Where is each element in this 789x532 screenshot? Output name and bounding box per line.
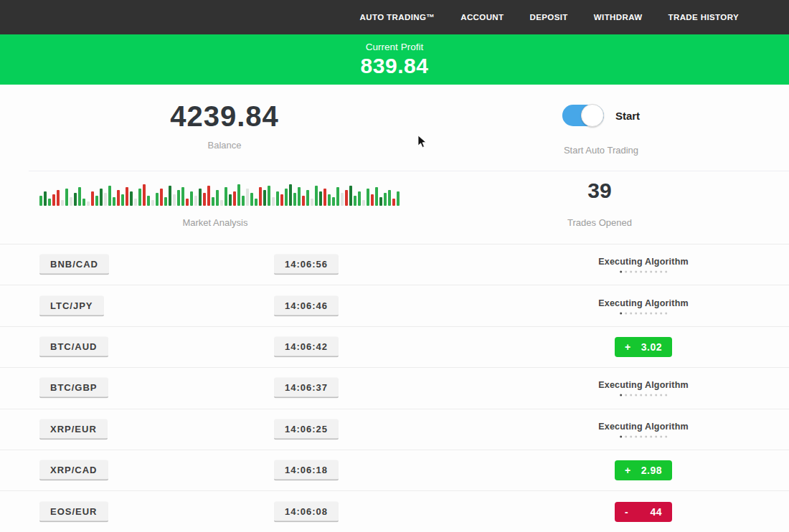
badge-value: 2.98	[641, 465, 662, 476]
loading-dot	[645, 394, 647, 396]
market-bar	[362, 200, 365, 206]
market-bar	[345, 190, 348, 206]
trades-table: BNB/CAD14:06:56Executing AlgorithmLTC/JP…	[0, 244, 789, 532]
top-nav: AUTO TRADING™ACCOUNTDEPOSITWITHDRAWTRADE…	[0, 0, 789, 34]
nav-item-deposit[interactable]: DEPOSIT	[530, 13, 568, 22]
trade-pair-chip: LTC/JPY	[39, 295, 104, 316]
auto-trading-block: Start Start Auto Trading	[562, 105, 640, 156]
loading-dot	[635, 435, 637, 437]
market-bar	[285, 189, 288, 206]
market-bar	[48, 199, 51, 206]
trade-status: Executing Algorithm	[598, 421, 689, 437]
trade-pair-chip: EOS/EUR	[39, 501, 108, 522]
market-bar	[392, 199, 395, 206]
market-bar	[186, 199, 189, 206]
market-bar	[104, 193, 107, 206]
market-bar	[156, 193, 159, 206]
loading-dots-icon	[598, 394, 689, 396]
loading-dot	[620, 312, 622, 314]
market-bar	[375, 187, 378, 206]
loading-dot	[625, 271, 627, 273]
loading-dot	[660, 312, 662, 314]
market-bar	[272, 197, 275, 206]
market-bar	[61, 200, 64, 206]
market-bar	[39, 196, 42, 206]
market-bar	[78, 187, 81, 206]
badge-sign: -	[625, 506, 628, 518]
trade-time-chip: 14:06:46	[274, 295, 339, 316]
loading-dot	[645, 312, 647, 314]
table-row: XRP/CAD14:06:18+2.98	[0, 450, 789, 491]
market-bar	[302, 196, 305, 206]
market-bar	[293, 193, 296, 206]
loading-dot	[650, 435, 652, 437]
market-bar	[74, 193, 77, 206]
nav-item-withdraw[interactable]: WITHDRAW	[594, 13, 643, 22]
market-bar	[367, 189, 369, 206]
loading-dot	[665, 271, 667, 273]
market-bar	[220, 200, 223, 206]
loading-dot	[660, 435, 662, 437]
market-bar	[384, 193, 387, 206]
loading-dot	[630, 271, 632, 273]
market-bar	[371, 194, 374, 206]
trade-time-chip: 14:06:42	[274, 336, 339, 357]
trade-time-chip: 14:06:56	[274, 255, 339, 275]
loading-dot	[650, 312, 652, 314]
auto-trading-toggle[interactable]	[562, 105, 604, 126]
trade-pair-chip: XRP/EUR	[39, 419, 108, 440]
nav-item-auto-trading[interactable]: AUTO TRADING™	[360, 13, 435, 22]
market-bar	[143, 184, 146, 206]
market-bar	[65, 189, 68, 206]
table-row: BTC/GBP14:06:37Executing Algorithm	[0, 368, 789, 409]
current-profit-value: 839.84	[0, 54, 789, 78]
table-row: BNB/CAD14:06:56Executing Algorithm	[0, 244, 789, 285]
trade-status: +2.98	[615, 460, 672, 480]
market-bar	[323, 189, 326, 206]
market-bar	[259, 187, 262, 206]
market-bar	[225, 187, 227, 206]
market-bar	[52, 194, 55, 206]
market-bar	[82, 199, 85, 206]
loading-dot	[630, 394, 632, 396]
market-bar	[207, 186, 210, 206]
current-profit-banner: Current Profit 839.84	[0, 34, 789, 85]
loading-dot	[625, 435, 627, 437]
market-bar	[164, 197, 167, 206]
profit-badge-green: +2.98	[615, 460, 672, 480]
nav-item-trade-history[interactable]: TRADE HISTORY	[668, 13, 740, 22]
profit-badge-green: +3.02	[615, 337, 672, 357]
trade-pair-chip: BTC/GBP	[39, 378, 108, 399]
market-bar	[87, 201, 90, 206]
loading-dot	[640, 312, 642, 314]
market-bar	[203, 193, 206, 206]
trade-pair-chip: XRP/CAD	[39, 460, 108, 481]
nav-item-account[interactable]: ACCOUNT	[460, 13, 504, 22]
market-bar	[332, 197, 335, 206]
trade-status: Executing Algorithm	[598, 380, 689, 396]
trade-time-chip: 14:06:08	[274, 501, 339, 522]
market-bar	[250, 193, 253, 206]
trades-opened-label: Trades Opened	[567, 217, 632, 228]
auto-trading-page: AUTO TRADING™ACCOUNTDEPOSITWITHDRAWTRADE…	[0, 0, 789, 532]
market-bar	[121, 194, 124, 206]
market-bar	[397, 191, 400, 206]
loading-dot	[625, 394, 627, 396]
market-bar	[233, 191, 236, 206]
loading-dot	[640, 271, 642, 273]
market-bar	[311, 199, 313, 206]
market-bar	[117, 190, 120, 206]
market-bar	[255, 199, 258, 206]
market-bar	[237, 184, 240, 206]
loading-dot	[630, 435, 632, 437]
loading-dot	[645, 435, 647, 437]
loading-dot	[660, 271, 662, 273]
market-bar	[263, 190, 266, 206]
loading-dot	[625, 312, 627, 314]
toggle-knob-icon	[581, 104, 604, 127]
loading-dot	[635, 271, 637, 273]
table-row: XRP/EUR14:06:25Executing Algorithm	[0, 409, 789, 450]
trade-status: Executing Algorithm	[598, 257, 689, 273]
market-bar	[44, 191, 47, 206]
market-bar	[108, 186, 111, 206]
